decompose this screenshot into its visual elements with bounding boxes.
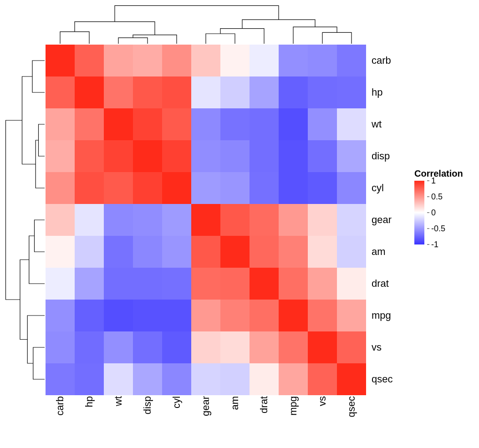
heatmap-cell (162, 300, 191, 331)
heatmap-cell (191, 172, 220, 204)
heatmap-cell (75, 300, 104, 331)
heatmap-cell (220, 108, 250, 140)
heatmap-cell (250, 172, 279, 204)
heatmap-cell (220, 236, 250, 268)
heatmap-cell (250, 300, 279, 331)
heatmap-grid (46, 45, 366, 395)
heatmap-cell (162, 172, 191, 204)
heatmap-cell (250, 204, 279, 236)
heatmap-cell (337, 204, 366, 236)
column-label: drat (250, 396, 279, 437)
heatmap-cell (250, 140, 279, 172)
heatmap-cell (104, 204, 133, 236)
heatmap-cell (308, 363, 337, 395)
column-label: mpg (279, 396, 308, 437)
legend-tick: -0.5 (427, 224, 445, 234)
heatmap-cell (250, 108, 279, 140)
heatmap-cell (191, 268, 220, 300)
heatmap-cell (191, 363, 220, 395)
heatmap-cell (279, 236, 308, 268)
column-label: vs (308, 396, 337, 437)
heatmap-cell (308, 331, 337, 363)
heatmap-cell (104, 268, 133, 300)
column-label: disp (133, 396, 162, 437)
heatmap-cell (220, 76, 250, 108)
heatmap-cell (191, 204, 220, 236)
heatmap-cell (337, 172, 366, 204)
heatmap-cell (191, 236, 220, 268)
heatmap-cell (162, 268, 191, 300)
heatmap-cell (191, 76, 220, 108)
column-dendrogram (46, 4, 366, 44)
row-label: carb (367, 45, 403, 76)
heatmap-cell (308, 172, 337, 204)
row-label: hp (367, 76, 403, 108)
legend-title: Correlation (414, 168, 464, 179)
heatmap-cell (162, 331, 191, 363)
heatmap-cell (337, 331, 366, 363)
heatmap-cell (104, 108, 133, 140)
heatmap-cell (46, 45, 75, 76)
row-label: wt (367, 108, 403, 140)
heatmap-cell (220, 268, 250, 300)
heatmap-cell (162, 45, 191, 76)
heatmap-cell (337, 363, 366, 395)
heatmap-cell (250, 236, 279, 268)
row-label: drat (367, 268, 403, 300)
heatmap-cell (220, 331, 250, 363)
heatmap-cell (337, 140, 366, 172)
heatmap-cell (279, 300, 308, 331)
heatmap-cell (308, 108, 337, 140)
heatmap-cell (162, 204, 191, 236)
legend-ticks: 10.50-0.5-1 (427, 181, 464, 244)
legend-tick: 0 (427, 208, 436, 218)
heatmap-cell (104, 300, 133, 331)
heatmap-cell (133, 236, 162, 268)
heatmap-cell (191, 300, 220, 331)
heatmap-cell (75, 172, 104, 204)
heatmap-cell (75, 140, 104, 172)
heatmap-cell (162, 76, 191, 108)
heatmap-cell (104, 172, 133, 204)
heatmap-cell (220, 204, 250, 236)
heatmap-cell (337, 76, 366, 108)
row-label: qsec (367, 363, 403, 395)
heatmap-cell (75, 108, 104, 140)
row-label: am (367, 236, 403, 268)
heatmap-cell (308, 204, 337, 236)
heatmap-cell (250, 268, 279, 300)
heatmap-cell (133, 268, 162, 300)
heatmap-cell (191, 108, 220, 140)
heatmap-cell (308, 140, 337, 172)
heatmap-cell (308, 300, 337, 331)
heatmap-cell (308, 76, 337, 108)
heatmap-cell (279, 45, 308, 76)
heatmap-cell (337, 108, 366, 140)
heatmap-cell (75, 268, 104, 300)
heatmap-cell (279, 331, 308, 363)
heatmap-cell (133, 204, 162, 236)
column-axis-labels: carbhpwtdispcylgearamdratmpgvsqsec (46, 396, 366, 437)
heatmap-cell (308, 45, 337, 76)
color-legend: Correlation 10.50-0.5-1 (414, 168, 464, 244)
heatmap-cell (279, 172, 308, 204)
heatmap-cell (46, 363, 75, 395)
heatmap-cell (250, 363, 279, 395)
heatmap-cell (133, 45, 162, 76)
heatmap-cell (308, 236, 337, 268)
heatmap-cell (46, 204, 75, 236)
column-label: hp (75, 396, 104, 437)
heatmap-cell (133, 172, 162, 204)
row-label: vs (367, 331, 403, 363)
heatmap-cell (46, 236, 75, 268)
heatmap-cell (133, 140, 162, 172)
heatmap-cell (250, 76, 279, 108)
heatmap-cell (104, 331, 133, 363)
correlation-heatmap (46, 45, 366, 395)
heatmap-cell (279, 363, 308, 395)
heatmap-cell (337, 236, 366, 268)
heatmap-cell (337, 268, 366, 300)
heatmap-cell (104, 45, 133, 76)
row-label: cyl (367, 172, 403, 204)
heatmap-cell (308, 268, 337, 300)
